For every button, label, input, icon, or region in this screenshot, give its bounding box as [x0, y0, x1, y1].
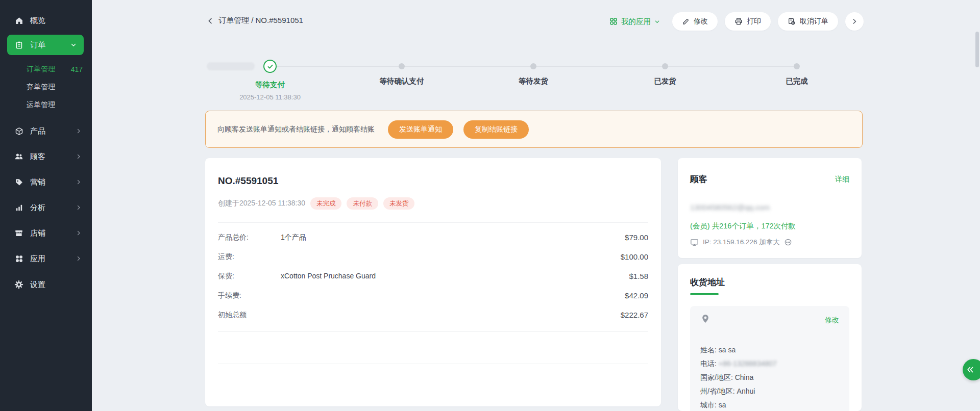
- subitem-label: 弃单管理: [27, 83, 55, 92]
- order-line-handling-fee: 手续费: $42.09: [218, 291, 648, 301]
- step-dot-icon: [399, 63, 405, 69]
- step-label: 等待发货: [477, 76, 590, 86]
- shipping-address-title: 收货地址: [690, 276, 725, 293]
- sidebar-item-apps[interactable]: 应用: [0, 248, 92, 269]
- sidebar-subitem-order-management[interactable]: 订单管理 417: [0, 60, 92, 79]
- copy-checkout-link-button[interactable]: 复制结账链接: [463, 120, 529, 139]
- address-detail-box: 修改 姓名: sa sa 电话: +86-13288834807 国家/地区: …: [690, 306, 849, 411]
- order-summary-card: NO.#5591051 创建于2025-12-05 11:38:30 未完成 未…: [205, 158, 661, 406]
- apps-grid-icon: [14, 254, 23, 263]
- send-invoice-button[interactable]: 发送账单通知: [388, 120, 453, 139]
- sidebar-item-orders[interactable]: 订单: [7, 35, 84, 55]
- chat-ellipsis-icon: [784, 238, 792, 246]
- print-button[interactable]: 打印: [725, 12, 771, 31]
- cancel-order-button[interactable]: 取消订单: [778, 12, 838, 31]
- customers-icon: [14, 152, 23, 161]
- sidebar-item-store[interactable]: 店铺: [0, 223, 92, 243]
- order-number-title: NO.#5591051: [218, 175, 278, 187]
- sidebar-item-products[interactable]: 产品: [0, 121, 92, 141]
- sidebar-item-label: 设置: [30, 280, 45, 290]
- apps-grid-icon: [609, 17, 618, 25]
- customer-ip-row: IP: 23.159.16.226 加拿大: [690, 238, 792, 247]
- billing-notice-banner: 向顾客发送账单通知或者结账链接，通知顾客结账 发送账单通知 复制结账链接: [205, 111, 863, 148]
- customer-ip-text: IP: 23.159.16.226 加拿大: [703, 238, 780, 247]
- order-count-badge: 417: [71, 65, 83, 73]
- step-label: 等待支付: [214, 80, 326, 90]
- sidebar: 概览 订单 订单管理 417 弃单管理 运单管理 产品: [0, 0, 92, 411]
- address-country: 国家/地区: China: [700, 373, 753, 382]
- chevron-down-icon: [70, 42, 77, 48]
- step-awaiting-payment: 等待支付 2025-12-05 11:38:30: [214, 55, 326, 101]
- step-dot-icon: [530, 63, 536, 69]
- sidebar-item-overview[interactable]: 概览: [0, 10, 92, 31]
- customer-card: 顾客 详细 13004580562@qq.com (会员) 共216个订单，17…: [678, 158, 862, 258]
- address-phone: 电话: +86-13288834807: [700, 359, 777, 369]
- address-phone-redacted: +86-13288834807: [719, 359, 777, 368]
- orders-icon: [14, 40, 23, 49]
- sidebar-item-analytics[interactable]: 分析: [0, 197, 92, 218]
- status-badge-incomplete: 未完成: [310, 197, 342, 210]
- status-badge-unshipped: 未发货: [383, 197, 415, 210]
- bar-chart-icon: [14, 203, 23, 212]
- shipping-address-card: 收货地址 修改 姓名: sa sa 电话: +86-13288834807 国家…: [678, 264, 862, 411]
- customer-member-stats: (会员) 共216个订单，172次付款: [690, 221, 796, 231]
- chevron-right-icon: [851, 18, 858, 25]
- more-actions-button[interactable]: [845, 12, 864, 31]
- sidebar-subitem-abandoned-orders[interactable]: 弃单管理: [0, 78, 92, 96]
- chevron-down-icon: [654, 19, 660, 24]
- customer-email-redacted: 13004580562@qq.com: [690, 203, 770, 212]
- sidebar-item-settings[interactable]: 设置: [0, 274, 92, 295]
- customer-detail-link[interactable]: 详细: [835, 175, 849, 184]
- pencil-icon: [682, 18, 690, 25]
- edit-address-link[interactable]: 修改: [825, 316, 839, 325]
- my-apps-dropdown[interactable]: 我的应用: [609, 17, 660, 27]
- back-chevron-icon[interactable]: [206, 17, 214, 25]
- step-date: 2025-12-05 11:38:30: [214, 93, 326, 101]
- double-chevron-left-icon: [966, 365, 975, 374]
- header-actions: 我的应用 修改 打印 取消订单: [609, 12, 864, 31]
- order-line-insurance: 保费: xCotton Post Pruchase Guard $1.58: [218, 272, 648, 282]
- address-state: 州/省/地区: Anhui: [700, 387, 755, 396]
- chevron-right-icon: [76, 179, 82, 185]
- chevron-right-icon: [76, 255, 82, 262]
- status-badge-unpaid: 未付款: [347, 197, 378, 210]
- step-dot-icon: [794, 63, 800, 69]
- chevron-right-icon: [76, 128, 82, 134]
- step-label: 已发货: [609, 76, 721, 86]
- collapse-panel-button[interactable]: [963, 359, 980, 380]
- order-status-stepper: 等待支付 2025-12-05 11:38:30 等待确认支付 等待发货 已发货…: [270, 55, 797, 98]
- sidebar-item-label: 应用: [30, 254, 45, 264]
- order-line-product-total: 产品总价: 1个产品 $79.00: [218, 233, 648, 243]
- chevron-right-icon: [76, 230, 82, 236]
- sidebar-item-label: 订单: [30, 40, 45, 50]
- map-pin-icon: [700, 314, 710, 324]
- notice-text: 向顾客发送账单通知或者结账链接，通知顾客结账: [217, 125, 375, 134]
- subitem-label: 订单管理: [27, 65, 55, 74]
- order-line-shipping: 运费: $100.00: [218, 252, 648, 263]
- store-icon: [14, 228, 23, 238]
- sidebar-item-label: 产品: [30, 126, 45, 136]
- chevron-right-icon: [76, 204, 82, 211]
- check-circle-icon: [263, 60, 277, 73]
- chevron-right-icon: [76, 153, 82, 160]
- product-box-icon: [14, 126, 23, 136]
- edit-order-button[interactable]: 修改: [672, 12, 718, 31]
- order-detail-page: 概览 订单 订单管理 417 弃单管理 运单管理 产品: [0, 0, 980, 411]
- step-label: 已完成: [741, 76, 853, 86]
- gear-icon: [14, 280, 23, 289]
- sidebar-item-customers[interactable]: 顾客: [0, 146, 92, 167]
- active-tab-underline: [690, 293, 719, 295]
- breadcrumb-text: 订单管理 / NO.#5591051: [218, 16, 303, 25]
- customer-title: 顾客: [690, 173, 707, 185]
- step-completed: 已完成: [741, 55, 853, 86]
- sidebar-subitem-waybills[interactable]: 运单管理: [0, 96, 92, 114]
- monitor-icon: [690, 238, 699, 247]
- sidebar-item-label: 营销: [30, 177, 45, 187]
- sidebar-item-marketing[interactable]: 营销: [0, 172, 92, 192]
- tag-icon: [14, 177, 23, 187]
- sidebar-item-label: 顾客: [30, 152, 45, 162]
- order-line-initial-total: 初始总额 $222.67: [218, 311, 648, 321]
- divider: [218, 331, 648, 332]
- step-shipped: 已发货: [609, 55, 721, 86]
- scrollbar-thumb[interactable]: [975, 32, 979, 67]
